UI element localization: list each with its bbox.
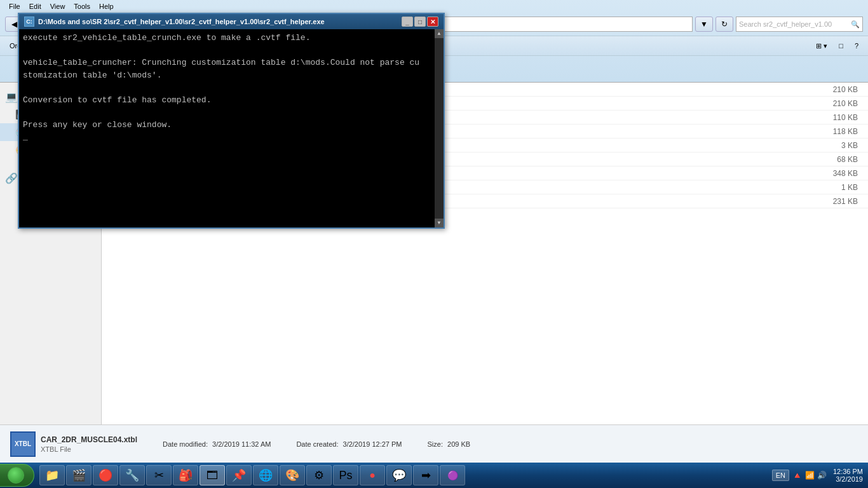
cmd-restore-button[interactable]: □ — [414, 17, 426, 27]
cmd-line-6: Conversion to cvtf file has completed. — [23, 94, 430, 107]
cmd-line-3: vehicle_table_cruncher: Crunching custom… — [23, 57, 430, 69]
cmd-line-1: execute sr2_vehicle_table_crunch.exe to … — [23, 32, 430, 44]
clock-time: 12:36 PM — [833, 468, 863, 475]
cmd-output: execute sr2_vehicle_table_crunch.exe to … — [23, 32, 440, 144]
status-filename: CAR_2DR_MUSCLE04.xtbl — [41, 435, 137, 444]
tray-icon-3[interactable]: 🔊 — [817, 471, 827, 480]
status-date-created: Date created: 3/2/2019 12:27 PM — [296, 440, 402, 448]
menu-help[interactable]: Help — [95, 3, 118, 10]
taskbar-item-palette[interactable]: 🎨 — [280, 465, 305, 485]
date-modified-label: Date modified: — [163, 440, 208, 448]
search-placeholder: Search sr2_cvtf_helper_v1.00 — [739, 20, 832, 28]
file-size: 3 KB — [812, 141, 863, 150]
cmd-line-5 — [23, 81, 430, 94]
taskbar-item-photoshop[interactable]: Ps — [333, 465, 358, 485]
file-size: 118 KB — [812, 127, 863, 136]
taskbar-item-tools[interactable]: 🔧 — [119, 465, 145, 485]
taskbar-item-globe[interactable]: 🌐 — [253, 465, 278, 485]
status-date-modified: Date modified: 3/2/2019 11:32 AM — [163, 440, 271, 448]
start-button[interactable] — [0, 464, 34, 487]
view-controls: ⊞ ▾ □ ? — [811, 40, 863, 52]
computer-icon: 💻 — [5, 90, 18, 103]
taskbar: 📁 🎬 🔴 🔧 ✂ 🎒 🗔 📌 🌐 🎨 ⚙ Ps ● 💬 ➡ 🟣 EN 🔺 📶 … — [0, 463, 868, 488]
size-label: Size: — [427, 440, 442, 448]
date-modified-value: 3/2/2019 11:32 AM — [212, 440, 271, 448]
file-type-icon: XTBL — [10, 431, 36, 457]
cmd-body: execute sr2_vehicle_table_crunch.exe to … — [19, 29, 444, 227]
tray-icon-1[interactable]: 🔺 — [792, 470, 803, 480]
cmd-scrollbar: ▲ ▼ — [435, 29, 444, 227]
status-size: Size: 209 KB — [427, 440, 470, 448]
status-file-info: XTBL CAR_2DR_MUSCLE04.xtbl XTBL File — [10, 431, 137, 457]
cmd-line-2 — [23, 44, 430, 57]
file-size: 210 KB — [812, 99, 863, 108]
address-dropdown[interactable]: ▼ — [695, 17, 713, 32]
cmd-line-7 — [23, 106, 430, 119]
taskbar-item-bag[interactable]: 🎒 — [173, 465, 198, 485]
search-bar[interactable]: Search sr2_cvtf_helper_v1.00 🔍 — [736, 17, 863, 32]
start-orb — [8, 467, 24, 484]
cmd-line-8: Press any key or close window. — [23, 119, 430, 132]
menu-tools[interactable]: Tools — [70, 3, 94, 10]
taskbar-item-scissors[interactable]: ✂ — [146, 465, 172, 485]
preview-pane-button[interactable]: □ — [834, 40, 848, 51]
file-size: 210 KB — [812, 85, 863, 94]
view-layout-button[interactable]: ⊞ ▾ — [811, 40, 832, 52]
status-filetype: XTBL File — [41, 445, 137, 453]
cmd-window-controls: _ □ ✕ — [402, 17, 438, 27]
network-icon: 🔗 — [5, 172, 18, 184]
system-tray: EN 🔺 📶 🔊 12:36 PM 3/2/2019 — [767, 468, 868, 483]
tray-icon-2[interactable]: 📶 — [805, 471, 815, 480]
date-created-value: 3/2/2019 12:27 PM — [343, 440, 402, 448]
cmd-scroll-track — [435, 38, 444, 219]
file-size: 348 KB — [812, 169, 863, 178]
cmd-app-icon: C: — [24, 17, 34, 27]
language-button[interactable]: EN — [772, 470, 789, 481]
taskbar-item-explorer[interactable]: 📁 — [39, 465, 65, 485]
status-bar: XTBL CAR_2DR_MUSCLE04.xtbl XTBL File Dat… — [0, 424, 868, 463]
taskbar-item-purple[interactable]: 🟣 — [440, 465, 465, 485]
cmd-scroll-up[interactable]: ▲ — [435, 29, 444, 38]
clock-date: 3/2/2019 — [836, 475, 863, 483]
taskbar-item-media[interactable]: 🎬 — [66, 465, 92, 485]
cmd-title-text: D:\Mods and so\SR 2\sr2_cvtf_helper_v1.0… — [38, 18, 398, 25]
refresh-button[interactable]: ↻ — [715, 17, 733, 32]
status-details: CAR_2DR_MUSCLE04.xtbl XTBL File — [41, 435, 137, 453]
cmd-scroll-down[interactable]: ▼ — [435, 219, 444, 227]
taskbar-item-arrow[interactable]: ➡ — [413, 465, 438, 485]
taskbar-item-discord[interactable]: 💬 — [386, 465, 412, 485]
size-value: 209 KB — [447, 440, 470, 448]
file-size: 110 KB — [812, 113, 863, 122]
search-icon: 🔍 — [851, 20, 860, 29]
help-button[interactable]: ? — [850, 40, 863, 51]
menu-file[interactable]: File — [5, 3, 24, 10]
taskbar-item-gear[interactable]: ⚙ — [306, 465, 332, 485]
cmd-line-4: stomization table 'd:\mods'. — [23, 69, 430, 82]
clock[interactable]: 12:36 PM 3/2/2019 — [829, 468, 863, 483]
language-label: EN — [776, 471, 785, 479]
cmd-cursor: _ — [23, 131, 430, 144]
date-created-label: Date created: — [296, 440, 338, 448]
menu-edit[interactable]: Edit — [25, 3, 45, 10]
tray-icons: 🔺 📶 🔊 — [792, 470, 827, 480]
cmd-close-button[interactable]: ✕ — [427, 17, 438, 27]
taskbar-item-pin[interactable]: 📌 — [226, 465, 252, 485]
cmd-minimize-button[interactable]: _ — [402, 17, 413, 27]
menu-view[interactable]: View — [46, 3, 69, 10]
taskbar-item-window[interactable]: 🗔 — [200, 465, 225, 485]
cmd-window: C: D:\Mods and so\SR 2\sr2_cvtf_helper_v… — [18, 13, 445, 229]
taskbar-item-chrome[interactable]: ● — [360, 465, 385, 485]
taskbar-items: 📁 🎬 🔴 🔧 ✂ 🎒 🗔 📌 🌐 🎨 ⚙ Ps ● 💬 ➡ 🟣 — [37, 465, 767, 485]
taskbar-item-record[interactable]: 🔴 — [93, 465, 118, 485]
explorer-menu: File Edit View Tools Help — [0, 0, 868, 13]
cmd-titlebar: C: D:\Mods and so\SR 2\sr2_cvtf_helper_v… — [19, 14, 444, 29]
file-size: 68 KB — [812, 155, 863, 164]
file-size: 231 KB — [812, 197, 863, 206]
file-size: 1 KB — [812, 183, 863, 192]
